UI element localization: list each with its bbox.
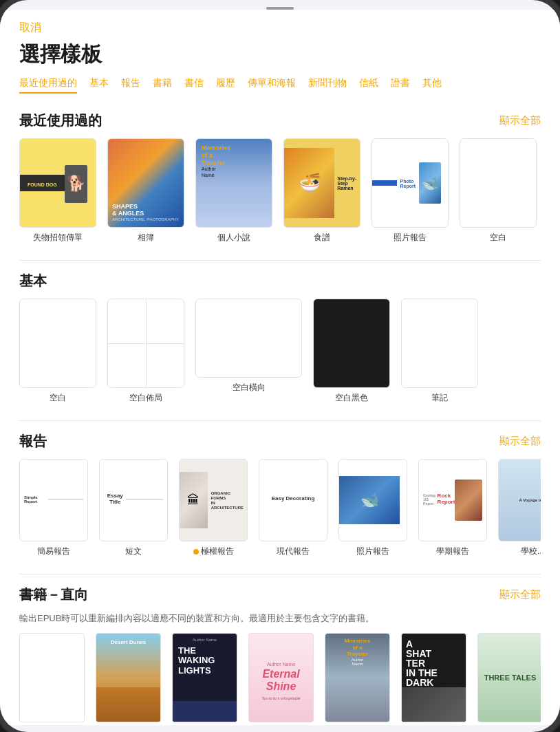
book-blank-vertical[interactable]: 空白直向書籍 (19, 633, 85, 725)
template-food[interactable]: 🍜 Step-by-StepRamen 食譜 (283, 138, 360, 244)
template-novel[interactable]: Memoriesof aTraveler AuthorName 個人小說 (195, 138, 272, 244)
es-title: Essay Title (104, 493, 126, 505)
tab-newsletter[interactable]: 新聞刊物 (308, 77, 347, 94)
book-modern-novel[interactable]: Author Name THEWAKINGLIGHTS 現代小說 (172, 633, 237, 725)
modern-author: Author Name (173, 638, 237, 642)
basic-notes-thumb (401, 299, 478, 388)
basic-blank-horizontal[interactable]: 空白橫向 (195, 299, 302, 404)
easy-title: THREE TALES (484, 674, 537, 682)
er-title: Simple Report (24, 495, 48, 504)
easy-report-thumb: Simple Report (19, 459, 88, 541)
basic-notes[interactable]: 筆記 (401, 299, 478, 404)
shapes-text: SHAPES& ANGLES ARCHITECTURE, PHOTOGRAPHY (112, 204, 179, 222)
tab-resume[interactable]: 履歷 (216, 77, 235, 94)
report-header: 報告 顯示全部 (19, 432, 541, 451)
template-found-dog[interactable]: FOUND DOG 🐕 失物招領傳單 (19, 138, 96, 244)
prs-img: 🐋 (339, 476, 400, 524)
tab-basic[interactable]: 基本 (89, 77, 109, 94)
report-photo[interactable]: 🐋 照片報告 (338, 459, 407, 557)
report-easy[interactable]: Simple Report 簡易報告 (19, 459, 88, 557)
tab-book[interactable]: 書籍 (153, 77, 172, 94)
book-desert-dunes[interactable]: Desert Dunes 基本照片 (96, 633, 161, 725)
device: 取消 選擇樣板 最近使用過的 基本 報告 書籍 書信 履歷 傳單和海報 新聞刊物… (0, 0, 560, 732)
prs-lines (400, 495, 407, 505)
report-show-all[interactable]: 顯示全部 (499, 435, 541, 448)
template-blank-recent[interactable]: 空白 (460, 138, 537, 244)
tab-recent[interactable]: 最近使用過的 (19, 77, 77, 94)
book-modern-thumb: Author Name THEWAKINGLIGHTS (172, 633, 237, 722)
extreme-label: 極權報告 (193, 546, 234, 557)
org-title: ORGANIC FORMSIN ARCHITECTURE (208, 488, 247, 513)
report-extreme[interactable]: 🏛 ORGANIC FORMSIN ARCHITECTURE 極權報告 (179, 459, 248, 557)
basic-blank-black-label: 空白黑色 (335, 392, 368, 404)
page: 取消 選擇樣板 最近使用過的 基本 報告 書籍 書信 履歷 傳單和海報 新聞刊物… (0, 10, 560, 725)
desert-dunes (96, 687, 160, 722)
report-essay[interactable]: Essay Title 短文 (99, 459, 168, 557)
cancel-button[interactable]: 取消 (19, 21, 41, 35)
essay-thumb: Essay Title (99, 459, 168, 541)
page-title: 選擇樣板 (19, 41, 541, 69)
book-blank-vertical-thumb (19, 633, 85, 722)
personal-title-area: Memoriesof aTraveler AuthorName (325, 638, 389, 666)
found-dog-info (87, 177, 96, 190)
extreme-dot (193, 549, 199, 555)
tab-flyer[interactable]: 傳單和海報 (248, 77, 296, 94)
basic-blank[interactable]: 空白 (19, 299, 96, 404)
book-desert-thumb: Desert Dunes (96, 633, 161, 722)
mr-title: Easy Decorating (272, 495, 315, 502)
pr-lines (441, 176, 448, 190)
org-img: 🏛 (180, 472, 208, 529)
report-template-row: Simple Report 簡易報告 Essay Title 短文 (19, 459, 541, 563)
found-dog-label: 失物招領傳單 (33, 232, 83, 244)
food-thumb: 🍜 Step-by-StepRamen (283, 138, 360, 228)
modern-report-thumb: Easy Decorating (259, 459, 327, 541)
book-personal-novel[interactable]: Memoriesof aTraveler AuthorName 個人小說 (325, 633, 390, 725)
book-avant-garde[interactable]: ASHATTERIN THEDARK 前衛小說 (401, 633, 466, 725)
tab-letter[interactable]: 書信 (184, 77, 204, 94)
report-semester[interactable]: Geology 101 Report Rock Report 學期報告 (418, 459, 487, 557)
book-easy-thumb: THREE TALES (477, 633, 541, 722)
book-vertical-section: 書籍－直向 顯示全部 輸出EPUB時可以重新編排內容以適應不同的裝置和方向。最適… (0, 574, 560, 725)
classic-author: Author Name (267, 662, 295, 667)
book-vertical-show-all[interactable]: 顯示全部 (499, 588, 541, 601)
st-img (455, 480, 482, 521)
pr-title: Photo Report (397, 177, 420, 190)
food-text: Step-by-StepRamen (334, 174, 360, 193)
basic-blank-black-thumb (313, 299, 390, 388)
avant-title: ASHATTERIN THEDARK (406, 639, 438, 687)
tab-other[interactable]: 其他 (422, 77, 442, 94)
photo-report-label: 照片報告 (394, 232, 427, 244)
novel-label: 個人小說 (217, 232, 250, 244)
basic-blank-label: 空白 (50, 392, 66, 404)
photo-report-thumb: Photo Report 🐋 (371, 138, 449, 228)
tab-report[interactable]: 報告 (121, 77, 140, 94)
report-modern[interactable]: Easy Decorating 現代報告 (259, 459, 327, 557)
basic-blank-layout[interactable]: 空白佈局 (107, 299, 184, 404)
recent-title: 最近使用過的 (19, 111, 102, 130)
book-classic-novel[interactable]: Author Name EternalShine Tips to do it u… (248, 633, 314, 725)
shapes-thumb: SHAPES& ANGLES ARCHITECTURE, PHOTOGRAPHY (107, 138, 184, 228)
book-vertical-desc: 輸出EPUB時可以重新編排內容以適應不同的裝置和方向。最適用於主要包含文字的書籍… (19, 612, 541, 625)
modern-report-label: 現代報告 (277, 546, 310, 557)
shapes-label: 相簿 (138, 232, 154, 244)
basic-blank-layout-thumb (107, 299, 184, 388)
found-dog-topbar: FOUND DOG (20, 175, 65, 191)
template-shapes[interactable]: SHAPES& ANGLES ARCHITECTURE, PHOTOGRAPHY… (107, 138, 184, 244)
basic-title: 基本 (19, 272, 47, 290)
note-lines (434, 318, 445, 369)
basic-blank-black[interactable]: 空白黑色 (313, 299, 390, 404)
tab-certificate[interactable]: 證書 (391, 77, 410, 94)
tab-stationery[interactable]: 信紙 (359, 77, 378, 94)
template-photo-report[interactable]: Photo Report 🐋 照片報告 (371, 138, 449, 244)
book-easy-novel[interactable]: THREE TALES 簡易小說 (477, 633, 541, 725)
basic-section: 基本 空白 空白佈局 (0, 261, 560, 409)
report-more[interactable]: A Voyage to... 學校... (498, 459, 541, 557)
recent-show-all[interactable]: 顯示全部 (499, 114, 541, 127)
more-report-thumb: A Voyage to... (498, 459, 541, 541)
pr-img: 🐋 (419, 162, 441, 204)
book-avant-thumb: ASHATTERIN THEDARK (401, 633, 466, 722)
modern-base (173, 701, 237, 722)
blank-label: 空白 (490, 232, 506, 244)
basic-notes-label: 筆記 (431, 392, 448, 404)
classic-title: EternalShine (262, 668, 299, 692)
